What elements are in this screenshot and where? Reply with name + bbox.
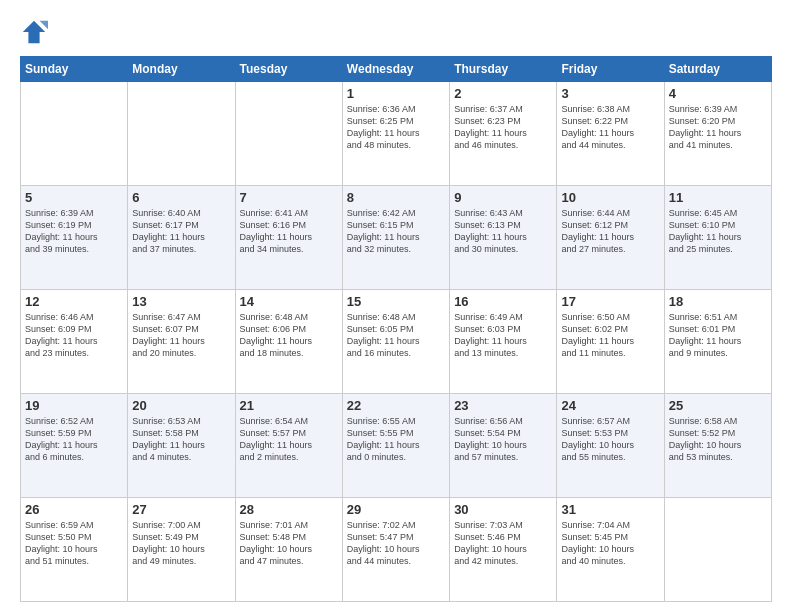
day-number: 11 xyxy=(669,190,767,205)
day-info: Sunrise: 6:49 AM Sunset: 6:03 PM Dayligh… xyxy=(454,311,552,360)
table-row: 25Sunrise: 6:58 AM Sunset: 5:52 PM Dayli… xyxy=(664,394,771,498)
day-number: 20 xyxy=(132,398,230,413)
table-row: 5Sunrise: 6:39 AM Sunset: 6:19 PM Daylig… xyxy=(21,186,128,290)
day-number: 7 xyxy=(240,190,338,205)
day-info: Sunrise: 6:45 AM Sunset: 6:10 PM Dayligh… xyxy=(669,207,767,256)
day-number: 26 xyxy=(25,502,123,517)
day-number: 9 xyxy=(454,190,552,205)
header xyxy=(20,18,772,46)
col-monday: Monday xyxy=(128,57,235,82)
col-thursday: Thursday xyxy=(450,57,557,82)
table-row: 27Sunrise: 7:00 AM Sunset: 5:49 PM Dayli… xyxy=(128,498,235,602)
table-row: 7Sunrise: 6:41 AM Sunset: 6:16 PM Daylig… xyxy=(235,186,342,290)
table-row xyxy=(664,498,771,602)
day-number: 16 xyxy=(454,294,552,309)
logo xyxy=(20,18,50,46)
day-number: 28 xyxy=(240,502,338,517)
calendar-week-row: 26Sunrise: 6:59 AM Sunset: 5:50 PM Dayli… xyxy=(21,498,772,602)
table-row: 13Sunrise: 6:47 AM Sunset: 6:07 PM Dayli… xyxy=(128,290,235,394)
logo-icon xyxy=(20,18,48,46)
table-row: 28Sunrise: 7:01 AM Sunset: 5:48 PM Dayli… xyxy=(235,498,342,602)
col-saturday: Saturday xyxy=(664,57,771,82)
day-info: Sunrise: 6:52 AM Sunset: 5:59 PM Dayligh… xyxy=(25,415,123,464)
day-number: 6 xyxy=(132,190,230,205)
day-info: Sunrise: 6:40 AM Sunset: 6:17 PM Dayligh… xyxy=(132,207,230,256)
day-info: Sunrise: 6:48 AM Sunset: 6:05 PM Dayligh… xyxy=(347,311,445,360)
table-row: 31Sunrise: 7:04 AM Sunset: 5:45 PM Dayli… xyxy=(557,498,664,602)
day-number: 31 xyxy=(561,502,659,517)
calendar-header-row: Sunday Monday Tuesday Wednesday Thursday… xyxy=(21,57,772,82)
col-sunday: Sunday xyxy=(21,57,128,82)
table-row: 1Sunrise: 6:36 AM Sunset: 6:25 PM Daylig… xyxy=(342,82,449,186)
page: Sunday Monday Tuesday Wednesday Thursday… xyxy=(0,0,792,612)
day-number: 14 xyxy=(240,294,338,309)
day-info: Sunrise: 6:43 AM Sunset: 6:13 PM Dayligh… xyxy=(454,207,552,256)
day-info: Sunrise: 6:46 AM Sunset: 6:09 PM Dayligh… xyxy=(25,311,123,360)
day-info: Sunrise: 6:55 AM Sunset: 5:55 PM Dayligh… xyxy=(347,415,445,464)
table-row: 8Sunrise: 6:42 AM Sunset: 6:15 PM Daylig… xyxy=(342,186,449,290)
table-row: 12Sunrise: 6:46 AM Sunset: 6:09 PM Dayli… xyxy=(21,290,128,394)
table-row: 30Sunrise: 7:03 AM Sunset: 5:46 PM Dayli… xyxy=(450,498,557,602)
day-number: 29 xyxy=(347,502,445,517)
table-row: 16Sunrise: 6:49 AM Sunset: 6:03 PM Dayli… xyxy=(450,290,557,394)
day-number: 3 xyxy=(561,86,659,101)
day-number: 17 xyxy=(561,294,659,309)
day-info: Sunrise: 7:00 AM Sunset: 5:49 PM Dayligh… xyxy=(132,519,230,568)
table-row: 9Sunrise: 6:43 AM Sunset: 6:13 PM Daylig… xyxy=(450,186,557,290)
day-number: 13 xyxy=(132,294,230,309)
day-number: 24 xyxy=(561,398,659,413)
day-number: 15 xyxy=(347,294,445,309)
day-info: Sunrise: 6:36 AM Sunset: 6:25 PM Dayligh… xyxy=(347,103,445,152)
day-info: Sunrise: 6:44 AM Sunset: 6:12 PM Dayligh… xyxy=(561,207,659,256)
table-row: 19Sunrise: 6:52 AM Sunset: 5:59 PM Dayli… xyxy=(21,394,128,498)
table-row: 29Sunrise: 7:02 AM Sunset: 5:47 PM Dayli… xyxy=(342,498,449,602)
day-info: Sunrise: 6:42 AM Sunset: 6:15 PM Dayligh… xyxy=(347,207,445,256)
day-info: Sunrise: 6:53 AM Sunset: 5:58 PM Dayligh… xyxy=(132,415,230,464)
calendar-week-row: 12Sunrise: 6:46 AM Sunset: 6:09 PM Dayli… xyxy=(21,290,772,394)
day-info: Sunrise: 6:57 AM Sunset: 5:53 PM Dayligh… xyxy=(561,415,659,464)
day-info: Sunrise: 6:59 AM Sunset: 5:50 PM Dayligh… xyxy=(25,519,123,568)
day-info: Sunrise: 6:48 AM Sunset: 6:06 PM Dayligh… xyxy=(240,311,338,360)
calendar-table: Sunday Monday Tuesday Wednesday Thursday… xyxy=(20,56,772,602)
day-info: Sunrise: 7:03 AM Sunset: 5:46 PM Dayligh… xyxy=(454,519,552,568)
day-number: 12 xyxy=(25,294,123,309)
table-row: 11Sunrise: 6:45 AM Sunset: 6:10 PM Dayli… xyxy=(664,186,771,290)
day-info: Sunrise: 7:02 AM Sunset: 5:47 PM Dayligh… xyxy=(347,519,445,568)
table-row: 14Sunrise: 6:48 AM Sunset: 6:06 PM Dayli… xyxy=(235,290,342,394)
svg-marker-0 xyxy=(23,21,45,43)
day-info: Sunrise: 6:50 AM Sunset: 6:02 PM Dayligh… xyxy=(561,311,659,360)
table-row: 21Sunrise: 6:54 AM Sunset: 5:57 PM Dayli… xyxy=(235,394,342,498)
table-row: 22Sunrise: 6:55 AM Sunset: 5:55 PM Dayli… xyxy=(342,394,449,498)
day-number: 10 xyxy=(561,190,659,205)
day-info: Sunrise: 7:04 AM Sunset: 5:45 PM Dayligh… xyxy=(561,519,659,568)
day-number: 30 xyxy=(454,502,552,517)
table-row: 17Sunrise: 6:50 AM Sunset: 6:02 PM Dayli… xyxy=(557,290,664,394)
day-number: 23 xyxy=(454,398,552,413)
table-row: 2Sunrise: 6:37 AM Sunset: 6:23 PM Daylig… xyxy=(450,82,557,186)
table-row: 26Sunrise: 6:59 AM Sunset: 5:50 PM Dayli… xyxy=(21,498,128,602)
calendar-week-row: 5Sunrise: 6:39 AM Sunset: 6:19 PM Daylig… xyxy=(21,186,772,290)
table-row xyxy=(128,82,235,186)
day-info: Sunrise: 6:47 AM Sunset: 6:07 PM Dayligh… xyxy=(132,311,230,360)
day-number: 19 xyxy=(25,398,123,413)
col-wednesday: Wednesday xyxy=(342,57,449,82)
day-number: 1 xyxy=(347,86,445,101)
table-row: 24Sunrise: 6:57 AM Sunset: 5:53 PM Dayli… xyxy=(557,394,664,498)
table-row: 20Sunrise: 6:53 AM Sunset: 5:58 PM Dayli… xyxy=(128,394,235,498)
day-number: 2 xyxy=(454,86,552,101)
day-info: Sunrise: 7:01 AM Sunset: 5:48 PM Dayligh… xyxy=(240,519,338,568)
day-info: Sunrise: 6:41 AM Sunset: 6:16 PM Dayligh… xyxy=(240,207,338,256)
day-info: Sunrise: 6:54 AM Sunset: 5:57 PM Dayligh… xyxy=(240,415,338,464)
col-tuesday: Tuesday xyxy=(235,57,342,82)
col-friday: Friday xyxy=(557,57,664,82)
day-info: Sunrise: 6:56 AM Sunset: 5:54 PM Dayligh… xyxy=(454,415,552,464)
day-info: Sunrise: 6:38 AM Sunset: 6:22 PM Dayligh… xyxy=(561,103,659,152)
table-row xyxy=(21,82,128,186)
table-row: 23Sunrise: 6:56 AM Sunset: 5:54 PM Dayli… xyxy=(450,394,557,498)
table-row: 15Sunrise: 6:48 AM Sunset: 6:05 PM Dayli… xyxy=(342,290,449,394)
day-number: 21 xyxy=(240,398,338,413)
table-row: 18Sunrise: 6:51 AM Sunset: 6:01 PM Dayli… xyxy=(664,290,771,394)
table-row: 6Sunrise: 6:40 AM Sunset: 6:17 PM Daylig… xyxy=(128,186,235,290)
day-info: Sunrise: 6:39 AM Sunset: 6:20 PM Dayligh… xyxy=(669,103,767,152)
day-number: 8 xyxy=(347,190,445,205)
